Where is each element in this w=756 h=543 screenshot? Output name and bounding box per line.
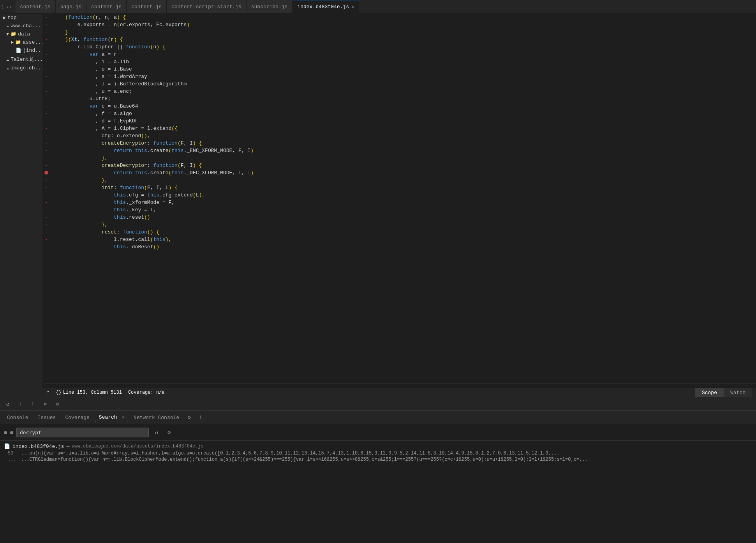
scope-watch-tabs: Scope Watch bbox=[695, 388, 752, 397]
refresh-icon: ↺ bbox=[155, 429, 158, 436]
tab-close-icon[interactable]: ✕ bbox=[351, 4, 354, 9]
panel-tab-search-close[interactable]: ✕ bbox=[122, 415, 124, 420]
status-symbol[interactable]: {} Line 153, Column 5131 bbox=[56, 390, 122, 395]
cancel-icon: ⊘ bbox=[167, 429, 171, 436]
panel-tab-add[interactable]: » bbox=[185, 413, 194, 422]
code-line-25: this.cfg = this.cfg.extend(L), bbox=[53, 191, 756, 199]
gutter-cell-16: - bbox=[43, 125, 50, 132]
tab-content-js-3[interactable]: content.js bbox=[127, 0, 167, 13]
tab-subscribe-js[interactable]: subscribe.js bbox=[247, 0, 293, 13]
status-expand[interactable]: ⌃ bbox=[47, 390, 49, 396]
tab-nav-icon: 〈 bbox=[2, 4, 3, 10]
sidebar-item-assets[interactable]: ▶ 📁 asse... bbox=[0, 38, 42, 46]
sidebar-item-www[interactable]: ☁ www.cba... bbox=[0, 22, 42, 30]
sidebar-item-image[interactable]: ☁ image.cb... bbox=[0, 64, 42, 72]
panel-tab-bar: Console Issues Coverage Search ✕ Network… bbox=[0, 411, 756, 424]
editor-status-bar: ⌃ {} Line 153, Column 5131 Coverage: n/a… bbox=[43, 388, 756, 397]
result-text-ctr: ...CTRGladman=function(){var n=r.lib.Blo… bbox=[21, 457, 588, 462]
result-snippet-ctr[interactable]: ... ...CTRGladman=function(){var n=r.lib… bbox=[0, 456, 756, 463]
sidebar-item-top[interactable]: ▶ top bbox=[0, 14, 42, 22]
toolbar-step-into[interactable]: ↓ bbox=[16, 399, 25, 409]
code-line-6: var a = r bbox=[53, 51, 756, 58]
code-line-20: }, bbox=[53, 154, 756, 162]
gutter-cell-25: - bbox=[43, 191, 50, 199]
tab-content-script-start[interactable]: content-script-start.js bbox=[167, 0, 246, 13]
code-line-30: reset: function() { bbox=[53, 228, 756, 236]
tab-nav-more[interactable]: ›› bbox=[5, 0, 14, 13]
tab-nav-left[interactable]: 〈 bbox=[0, 0, 5, 13]
folder-icon-data: 📁 bbox=[11, 31, 16, 37]
gutter-cell-23: - bbox=[43, 177, 50, 184]
file-icon-index: 📄 bbox=[16, 48, 21, 53]
code-line-19: return this.create(this._ENC_XFORM_MODE,… bbox=[53, 147, 756, 154]
gutter-cell-30: - bbox=[43, 228, 50, 236]
gutter-cell-22-bp[interactable] bbox=[43, 169, 50, 177]
panel-content: ↺ ⊘ 📄 index.b483f04e.js — www.cbaleague.… bbox=[0, 424, 756, 543]
gutter-cell-32: - bbox=[43, 243, 50, 251]
tab-page-js[interactable]: page.js bbox=[56, 0, 87, 13]
panel-tab-console[interactable]: Console bbox=[3, 413, 32, 422]
toolbar-step-out[interactable]: ↑ bbox=[28, 399, 37, 409]
code-line-28: this.reset() bbox=[53, 214, 756, 221]
code-line-5: r.lib.Cipher || function(n) { bbox=[53, 43, 756, 51]
panel-tab-network-console[interactable]: Network Console bbox=[130, 413, 183, 422]
result-text-53: ...on(n){var a=r,i=a.lib,o=i.WordArray,s… bbox=[21, 451, 560, 456]
gutter-cell-20: - bbox=[43, 154, 50, 162]
code-line-11: , u = a.enc; bbox=[53, 88, 756, 95]
result-snippet-53[interactable]: 53 ...on(n){var a=r,i=a.lib,o=i.WordArra… bbox=[0, 450, 756, 456]
code-line-31: l.reset.call(this), bbox=[53, 236, 756, 243]
tab-overflow-icon: ›› bbox=[6, 4, 12, 10]
sidebar-item-index[interactable]: 📄 (ind... bbox=[0, 46, 42, 55]
tab-index-b483f04e[interactable]: index.b483f04e.js ✕ bbox=[293, 0, 359, 13]
bottom-panel: Console Issues Coverage Search ✕ Network… bbox=[0, 410, 756, 543]
folder-icon-assets: 📁 bbox=[15, 39, 21, 45]
result-file-separator: — bbox=[67, 444, 70, 449]
code-line-13: var c = u.Base64 bbox=[53, 103, 756, 110]
search-input[interactable] bbox=[16, 428, 149, 437]
gutter-cell-10: - bbox=[43, 80, 50, 88]
chevron-down-icon: ▼ bbox=[6, 32, 9, 37]
tab-content-js-2[interactable]: content.js bbox=[86, 0, 127, 13]
watch-tab[interactable]: Watch bbox=[724, 388, 752, 397]
panel-tab-coverage[interactable]: Coverage bbox=[61, 413, 93, 422]
search-refresh-button[interactable]: ↺ bbox=[152, 428, 161, 437]
status-line-col: Line 153, Column 5131 bbox=[63, 390, 122, 395]
code-line-27: this._key = I, bbox=[53, 206, 756, 214]
toolbar-deactivate[interactable]: ⇄ bbox=[41, 399, 50, 409]
sidebar-item-data[interactable]: ▼ 📁 data bbox=[0, 30, 42, 38]
bottom-toolbar: ↺ ↓ ↑ ⇄ ⊘ bbox=[0, 397, 756, 410]
result-file-icon: 📄 bbox=[4, 443, 10, 449]
chevron-right-more-icon: » bbox=[187, 414, 191, 421]
code-line-26: this._xformMode = F, bbox=[53, 199, 756, 206]
code-line-9: , s = i.WordArray bbox=[53, 73, 756, 80]
horizontal-scrollbar[interactable] bbox=[43, 384, 756, 388]
code-line-7: , i = a.lib bbox=[53, 58, 756, 65]
code-lines: (function(r, n, a) { e.exports = n(or.ex… bbox=[50, 14, 756, 384]
search-clear-button[interactable]: ⊘ bbox=[164, 428, 174, 437]
gutter-cell-13: - bbox=[43, 103, 50, 110]
scope-tab[interactable]: Scope bbox=[695, 388, 724, 397]
panel-tab-new[interactable]: + bbox=[196, 413, 205, 422]
toolbar-step-over[interactable]: ↺ bbox=[3, 399, 12, 409]
panel-tab-issues[interactable]: Issues bbox=[34, 413, 60, 422]
gutter-cell-12: - bbox=[43, 95, 50, 103]
code-line-1: (function(r, n, a) { bbox=[53, 14, 756, 21]
toolbar-no-pause[interactable]: ⊘ bbox=[53, 399, 62, 409]
tab-content-js-1[interactable]: content.js bbox=[16, 0, 56, 13]
gutter-cell-24: - bbox=[43, 184, 50, 191]
code-line-16: , A = i.Cipher = l.extend({ bbox=[53, 125, 756, 132]
gutter-cell-17: - bbox=[43, 132, 50, 140]
code-line-10: , l = i.BufferedBlockAlgorithm bbox=[53, 80, 756, 88]
chevron-right-icon: ▶ bbox=[11, 39, 14, 45]
search-results[interactable]: 📄 index.b483f04e.js — www.cbaleague.com/… bbox=[0, 441, 756, 543]
code-line-3: } bbox=[53, 28, 756, 36]
panel-tab-search[interactable]: Search ✕ bbox=[95, 413, 128, 422]
code-line-22: return this.create(this._DEC_XFORM_MODE,… bbox=[53, 169, 756, 177]
editor-area: - - - - - - - - - - - - - - - - - bbox=[43, 14, 756, 397]
sidebar-item-talent[interactable]: ☁ Talent龙... bbox=[0, 55, 42, 64]
gutter-cell-26: - bbox=[43, 199, 50, 206]
result-file-entry[interactable]: 📄 index.b483f04e.js — www.cbaleague.com/… bbox=[0, 442, 756, 450]
cloud-icon-talent: ☁ bbox=[6, 57, 9, 62]
gutter-cell-14: - bbox=[43, 110, 50, 117]
code-container[interactable]: - - - - - - - - - - - - - - - - - bbox=[43, 14, 756, 384]
